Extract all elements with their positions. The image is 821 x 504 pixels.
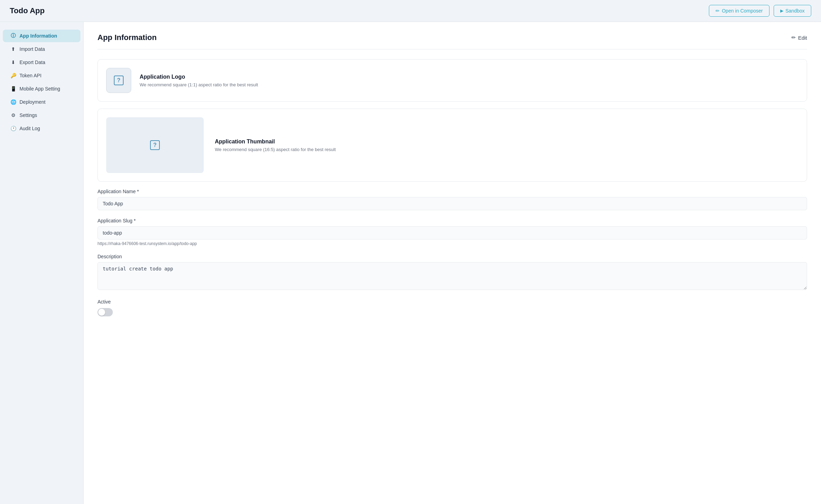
sidebar-item-mobile-app-setting[interactable]: 📱 Mobile App Setting [3,82,80,95]
sidebar-item-export-data[interactable]: ⬇ Export Data [3,56,80,69]
active-toggle[interactable] [97,308,113,316]
top-header: Todo App ✏ Open in Composer ▶ Sandbox [0,0,821,22]
logo-info: Application Logo We recommend square (1:… [140,74,258,87]
mobile-icon: 📱 [10,86,16,92]
logo-card: ? Application Logo We recommend square (… [97,59,807,102]
description-label: Description [97,254,807,259]
app-slug-input[interactable] [97,226,807,239]
sidebar-item-import-data[interactable]: ⬆ Import Data [3,43,80,55]
settings-icon: ⚙ [10,112,16,118]
export-icon: ⬇ [10,60,16,65]
play-icon: ▶ [780,8,783,13]
sidebar-item-settings[interactable]: ⚙ Settings [3,109,80,121]
app-slug-label: Application Slug * [97,218,807,223]
app-name-label: Application Name * [97,189,807,194]
sidebar-item-deployment[interactable]: 🌐 Deployment [3,96,80,108]
active-group: Active [97,299,807,316]
app-slug-group: Application Slug * https://rhaka-9476606… [97,218,807,246]
sidebar-item-app-information[interactable]: ⓘ App Information [3,30,80,42]
open-in-composer-button[interactable]: ✏ Open in Composer [709,5,769,17]
logo-question-icon: ? [114,76,124,85]
edit-button[interactable]: ✏ Edit [791,34,807,41]
sidebar-item-audit-log[interactable]: 🕐 Audit Log [3,122,80,135]
import-icon: ⬆ [10,46,16,52]
content-area: App Information ✏ Edit ? Application Log… [84,22,821,504]
thumbnail-question-icon: ? [150,140,160,150]
app-name-input[interactable] [97,197,807,210]
clock-icon: 🕐 [10,126,16,131]
logo-placeholder[interactable]: ? [106,68,131,93]
logo-description: We recommend square (1:1) aspect ratio f… [140,82,258,87]
info-circle-icon: ⓘ [10,33,16,39]
app-title: Todo App [10,6,45,15]
logo-title: Application Logo [140,74,258,80]
sidebar: ⓘ App Information ⬆ Import Data ⬇ Export… [0,22,84,504]
thumbnail-card: ? Application Thumbnail We recommend squ… [97,109,807,182]
app-name-group: Application Name * [97,189,807,210]
sidebar-item-token-api[interactable]: 🔑 Token API [3,69,80,82]
thumbnail-title: Application Thumbnail [215,139,336,145]
logo-card-inner: ? Application Logo We recommend square (… [106,68,798,93]
pencil-icon: ✏ [791,34,796,41]
active-label: Active [97,299,807,305]
thumbnail-description: We recommend square (16:5) aspect ratio … [215,147,336,152]
app-slug-url: https://rhaka-9476606-test.runsystem.io/… [97,241,807,246]
main-layout: ⓘ App Information ⬆ Import Data ⬇ Export… [0,22,821,504]
page-title: App Information [97,33,157,42]
sandbox-button[interactable]: ▶ Sandbox [774,5,811,17]
edit-composer-icon: ✏ [716,8,720,14]
globe-icon: 🌐 [10,99,16,105]
thumbnail-placeholder[interactable]: ? [106,117,204,173]
thumbnail-card-inner: ? Application Thumbnail We recommend squ… [106,117,798,173]
description-textarea[interactable] [97,262,807,290]
page-header: App Information ✏ Edit [97,33,807,49]
thumbnail-info: Application Thumbnail We recommend squar… [215,139,336,152]
description-group: Description [97,254,807,291]
key-icon: 🔑 [10,73,16,78]
header-actions: ✏ Open in Composer ▶ Sandbox [709,5,811,17]
